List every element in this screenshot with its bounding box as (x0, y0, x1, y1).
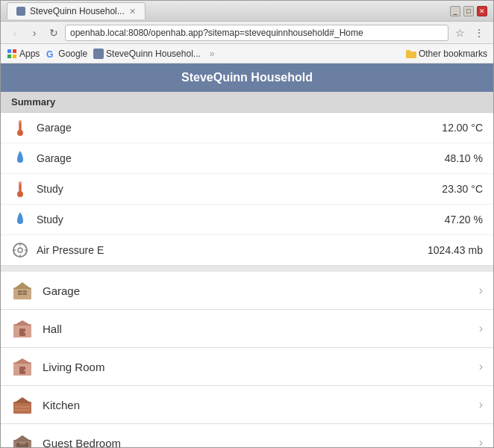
kitchen-icon (11, 393, 34, 416)
summary-section-header: Summary (1, 92, 493, 113)
svg-marker-37 (13, 435, 31, 441)
thermometer-icon-2 (11, 180, 29, 198)
tab-favicon (16, 7, 25, 16)
page-header: SteveQuinn Household (1, 63, 493, 92)
svg-rect-40 (25, 443, 28, 446)
garage-room-icon (11, 279, 34, 302)
summary-row-study-humidity: Study 47.20 % (1, 205, 493, 235)
summary-row-pressure: Air Pressure E 1024.43 mb (1, 235, 493, 265)
thermometer-icon-1 (11, 119, 29, 137)
garage-nav-label: Garage (43, 284, 479, 297)
back-button[interactable]: ‹ (7, 25, 23, 41)
guest-bedroom-nav-label: Guest Bedroom (43, 437, 479, 448)
other-bookmarks-label: Other bookmarks (419, 49, 487, 59)
svg-point-31 (24, 370, 25, 371)
nav-row-living-room[interactable]: Living Room › (1, 348, 493, 386)
other-bookmarks[interactable]: Other bookmarks (406, 49, 487, 59)
garage-humidity-label: Garage (37, 152, 445, 164)
pressure-label: Air Pressure E (37, 244, 428, 256)
google-icon: G (46, 49, 56, 59)
living-room-chevron-icon: › (479, 360, 483, 373)
svg-rect-1 (13, 49, 16, 53)
svg-rect-35 (15, 409, 30, 411)
nav-row-garage[interactable]: Garage › (1, 272, 493, 310)
summary-section: Garage 12.00 °C Garage 48.10 % (1, 113, 493, 266)
nav-row-hall[interactable]: Hall › (1, 310, 493, 348)
droplet-icon-2 (11, 211, 29, 228)
page-content: SteveQuinn Household Summary Garage 12.0… (1, 63, 493, 447)
garage-temp-value: 12.00 °C (442, 122, 483, 134)
page-title: SteveQuinn Household (181, 71, 313, 84)
svg-text:G: G (46, 49, 53, 59)
address-bar[interactable] (65, 25, 448, 41)
svg-point-14 (18, 248, 22, 252)
svg-rect-2 (7, 55, 11, 58)
summary-row-garage-temp: Garage 12.00 °C (1, 113, 493, 143)
kitchen-chevron-icon: › (479, 398, 483, 411)
pressure-value: 1024.43 mb (428, 244, 483, 256)
svg-rect-39 (16, 443, 19, 446)
garage-temp-label: Garage (37, 122, 442, 134)
summary-row-garage-humidity: Garage 48.10 % (1, 143, 493, 174)
svg-marker-20 (13, 282, 31, 289)
svg-rect-12 (19, 184, 21, 193)
garage-chevron-icon: › (479, 284, 483, 297)
forward-button[interactable]: › (26, 25, 43, 41)
hall-nav-label: Hall (43, 323, 479, 335)
study-humidity-label: Study (37, 214, 445, 225)
garage-humidity-value: 48.10 % (445, 152, 483, 164)
hall-chevron-icon: › (479, 322, 483, 335)
tab-close-button[interactable]: ✕ (129, 7, 136, 16)
svg-rect-9 (19, 123, 21, 131)
bookmarks-separator: » (210, 49, 215, 59)
rooms-section: Garage › Hall › (1, 272, 493, 447)
refresh-button[interactable]: ↻ (46, 25, 62, 41)
folder-icon (406, 49, 416, 58)
browser-window: SteveQuinn Househol... ✕ _ □ ✕ ‹ › ↻ ☆ ⋮ (0, 0, 494, 448)
title-bar: SteveQuinn Househol... ✕ _ □ ✕ (1, 1, 493, 22)
minimize-button[interactable]: _ (450, 6, 460, 16)
svg-rect-34 (15, 406, 30, 408)
droplet-icon-1 (11, 149, 29, 167)
stevequinn-bookmark[interactable]: SteveQuinn Househol... (93, 49, 201, 59)
svg-rect-3 (13, 55, 16, 58)
living-room-nav-label: Living Room (43, 361, 479, 373)
stevequinn-label: SteveQuinn Househol... (106, 49, 201, 59)
svg-marker-29 (13, 358, 31, 364)
navigation-bar: ‹ › ↻ ☆ ⋮ (1, 22, 493, 44)
summary-label: Summary (11, 96, 55, 108)
apps-icon (7, 49, 17, 59)
apps-label: Apps (19, 49, 40, 59)
pressure-icon (11, 241, 29, 259)
maximize-button[interactable]: □ (463, 6, 474, 16)
living-room-icon (11, 355, 34, 378)
google-label: Google (58, 49, 87, 59)
google-bookmark[interactable]: G Google (46, 49, 87, 59)
menu-button[interactable]: ⋮ (471, 25, 487, 41)
hall-room-icon (11, 317, 34, 340)
study-temp-value: 23.30 °C (442, 183, 483, 195)
svg-marker-33 (13, 397, 31, 403)
bookmarks-bar: Apps G Google SteveQuinn Househol... » O… (1, 44, 493, 63)
summary-row-study-temp: Study 23.30 °C (1, 174, 493, 205)
tab-title: SteveQuinn Househol... (30, 6, 125, 16)
study-humidity-value: 47.20 % (445, 214, 483, 225)
svg-rect-0 (7, 49, 11, 53)
apps-bookmark[interactable]: Apps (7, 49, 40, 59)
close-button[interactable]: ✕ (477, 6, 487, 16)
svg-point-27 (24, 332, 25, 333)
nav-row-guest-bedroom[interactable]: Guest Bedroom › (1, 424, 493, 447)
bookmark-button[interactable]: ☆ (451, 25, 468, 41)
kitchen-nav-label: Kitchen (43, 399, 479, 411)
stevequinn-icon (93, 49, 104, 59)
study-temp-label: Study (37, 183, 442, 195)
window-controls: _ □ ✕ (450, 6, 487, 16)
guest-bedroom-chevron-icon: › (479, 436, 483, 447)
svg-rect-6 (406, 50, 410, 53)
svg-marker-25 (13, 320, 31, 326)
nav-row-kitchen[interactable]: Kitchen › (1, 386, 493, 424)
guest-bedroom-icon (11, 432, 34, 447)
browser-tab[interactable]: SteveQuinn Househol... ✕ (7, 2, 146, 19)
